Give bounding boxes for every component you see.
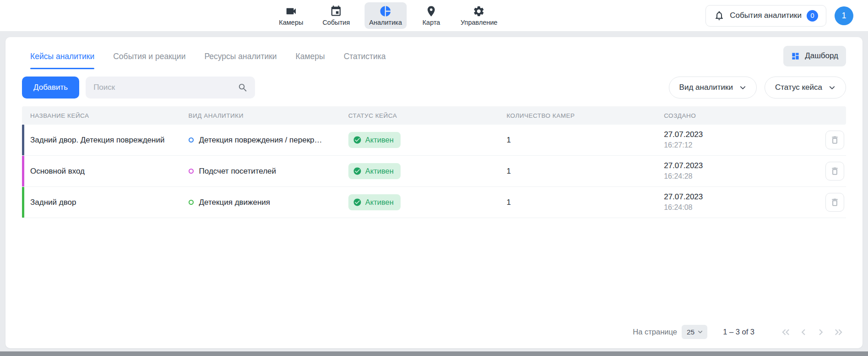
created-date: 27.07.2023 bbox=[664, 161, 818, 171]
tab-events-reactions[interactable]: События и реакции bbox=[113, 43, 185, 69]
row-accent-bar bbox=[22, 125, 24, 155]
check-circle-icon bbox=[353, 198, 362, 207]
status-badge: Активен bbox=[348, 194, 401, 210]
nav-label: Камеры bbox=[279, 19, 303, 26]
next-page-button[interactable] bbox=[814, 325, 828, 339]
filter-label: Статус кейса bbox=[775, 83, 822, 92]
map-pin-icon bbox=[425, 5, 438, 17]
table-row[interactable]: Основной вход Подсчет посетителей Активе… bbox=[22, 156, 846, 187]
chevron-left-icon bbox=[797, 326, 809, 338]
prev-page-button[interactable] bbox=[797, 325, 810, 339]
case-name: Задний двор bbox=[22, 198, 189, 207]
dashboard-grid-icon bbox=[791, 52, 800, 60]
per-page-label: На странице bbox=[633, 328, 677, 336]
nav-item-analytics[interactable]: Аналитика bbox=[364, 2, 407, 29]
chevron-right-icon bbox=[815, 326, 827, 338]
nav-item-cameras[interactable]: Камеры bbox=[274, 2, 308, 29]
search-input[interactable] bbox=[93, 83, 238, 92]
column-header-name: НАЗВАНИЕ КЕЙСА bbox=[22, 112, 189, 119]
tab-analytics-cases[interactable]: Кейсы аналитики bbox=[30, 43, 94, 69]
created-date: 27.07.2023 bbox=[664, 130, 818, 140]
main-navigation: Камеры События Аналитика Карта Управлени bbox=[274, 2, 502, 29]
search-icon bbox=[238, 82, 248, 93]
per-page-value: 25 bbox=[687, 328, 694, 336]
status-label: Активен bbox=[365, 136, 394, 144]
dashboard-button-label: Дашборд bbox=[805, 51, 838, 60]
analytics-type-label: Детекция движения bbox=[199, 198, 270, 207]
add-case-button[interactable]: Добавить bbox=[22, 77, 79, 99]
last-page-icon bbox=[832, 326, 844, 338]
trash-icon bbox=[830, 166, 840, 176]
status-cell: Активен bbox=[348, 163, 507, 179]
gear-icon bbox=[473, 5, 485, 17]
analytics-type-filter[interactable]: Вид аналитики bbox=[669, 77, 757, 99]
table-header: НАЗВАНИЕ КЕЙСА ВИД АНАЛИТИКИ СТАТУС КЕЙС… bbox=[22, 106, 846, 125]
chevron-down-icon bbox=[828, 83, 836, 92]
trash-icon bbox=[830, 135, 840, 145]
analytics-type-dot bbox=[189, 169, 194, 174]
camera-count: 1 bbox=[506, 167, 664, 176]
nav-item-management[interactable]: Управление bbox=[456, 2, 502, 29]
first-page-button[interactable] bbox=[779, 325, 793, 339]
topbar-right: События аналитики 0 1 bbox=[705, 5, 853, 27]
tabs: Кейсы аналитики События и реакции Ресурс… bbox=[30, 43, 386, 69]
pie-chart-icon bbox=[380, 5, 392, 17]
case-status-filter[interactable]: Статус кейса bbox=[765, 77, 846, 99]
analytics-type-cell: Подсчет посетителей bbox=[189, 167, 348, 176]
nav-item-map[interactable]: Карта bbox=[417, 2, 446, 29]
analytics-events-button[interactable]: События аналитики 0 bbox=[705, 5, 826, 27]
delete-case-button[interactable] bbox=[825, 162, 844, 181]
tab-statistics[interactable]: Статистика bbox=[344, 43, 386, 69]
last-page-button[interactable] bbox=[831, 325, 845, 339]
tab-cameras[interactable]: Камеры bbox=[296, 43, 325, 69]
actions-cell bbox=[818, 131, 846, 149]
pagination: На странице 25 1 – 3 of 3 bbox=[22, 317, 846, 348]
analytics-cases-card: Кейсы аналитики События и реакции Ресурс… bbox=[5, 37, 863, 348]
analytics-type-label: Детекция повреждения / перекр… bbox=[199, 136, 322, 145]
filters: Вид аналитики Статус кейса bbox=[669, 77, 846, 99]
table-row[interactable]: Задний двор. Детекция повреждений Детекц… bbox=[22, 125, 846, 156]
created-time: 16:24:08 bbox=[664, 203, 818, 213]
filter-label: Вид аналитики bbox=[679, 83, 733, 92]
tabs-row: Кейсы аналитики События и реакции Ресурс… bbox=[22, 43, 846, 69]
search-box bbox=[86, 77, 255, 99]
events-count-badge: 0 bbox=[807, 10, 818, 22]
delete-case-button[interactable] bbox=[825, 193, 844, 212]
status-badge: Активен bbox=[348, 132, 401, 148]
first-page-icon bbox=[780, 326, 792, 338]
column-header-created: СОЗДАНО bbox=[664, 112, 818, 119]
top-bar: Камеры События Аналитика Карта Управлени bbox=[0, 0, 868, 32]
user-avatar[interactable]: 1 bbox=[835, 6, 853, 25]
column-header-analytics-type: ВИД АНАЛИТИКИ bbox=[189, 112, 348, 119]
status-cell: Активен bbox=[348, 194, 507, 210]
analytics-type-cell: Детекция движения bbox=[189, 198, 348, 207]
status-badge: Активен bbox=[348, 163, 401, 179]
check-circle-icon bbox=[353, 136, 362, 144]
main-area: Кейсы аналитики События и реакции Ресурс… bbox=[0, 32, 868, 351]
row-accent-bar bbox=[22, 187, 24, 218]
analytics-type-label: Подсчет посетителей bbox=[199, 167, 276, 176]
per-page-select[interactable]: 25 bbox=[682, 325, 707, 339]
toolbar: Добавить Вид аналитики Статус кейса bbox=[22, 77, 846, 99]
column-header-camera-count: КОЛИЧЕСТВО КАМЕР bbox=[506, 112, 664, 119]
calendar-icon bbox=[330, 5, 342, 17]
column-header-case-status: СТАТУС КЕЙСА bbox=[348, 112, 507, 119]
created-cell: 27.07.2023 16:24:28 bbox=[664, 161, 818, 181]
events-button-label: События аналитики bbox=[730, 11, 802, 20]
cases-table: НАЗВАНИЕ КЕЙСА ВИД АНАЛИТИКИ СТАТУС КЕЙС… bbox=[22, 106, 846, 218]
tab-analytics-resources[interactable]: Ресурсы аналитики bbox=[204, 43, 277, 69]
nav-item-events[interactable]: События bbox=[318, 2, 354, 29]
status-label: Активен bbox=[365, 198, 394, 207]
trash-icon bbox=[830, 197, 840, 207]
analytics-type-dot bbox=[189, 200, 194, 205]
chevron-down-icon bbox=[697, 329, 704, 335]
chevron-down-icon bbox=[738, 83, 747, 92]
actions-cell bbox=[818, 162, 846, 181]
dashboard-button[interactable]: Дашборд bbox=[783, 46, 846, 66]
delete-case-button[interactable] bbox=[825, 131, 844, 149]
table-row[interactable]: Задний двор Детекция движения Активен 1 … bbox=[22, 187, 846, 218]
created-date: 27.07.2023 bbox=[664, 192, 818, 203]
camera-count: 1 bbox=[506, 198, 664, 207]
nav-label: События bbox=[322, 19, 350, 26]
analytics-type-cell: Детекция повреждения / перекр… bbox=[189, 136, 348, 145]
